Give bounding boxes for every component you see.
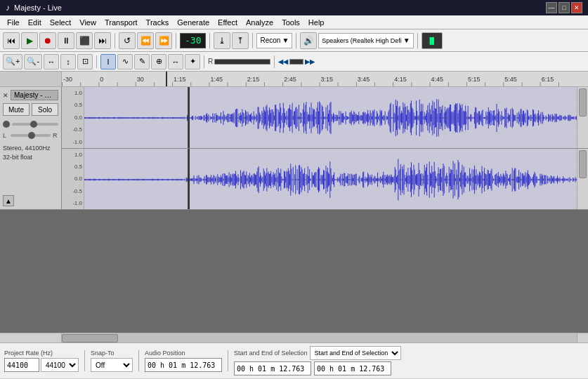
- zoom-tool-button[interactable]: ⊕: [151, 54, 166, 69]
- play-button[interactable]: ▶: [21, 32, 38, 49]
- menu-effect[interactable]: Effect: [214, 17, 242, 28]
- minimize-button[interactable]: —: [546, 2, 557, 13]
- h-scroll-track[interactable]: [62, 333, 577, 343]
- project-rate-input[interactable]: [4, 358, 39, 372]
- separator-2: [176, 33, 176, 48]
- horizontal-scrollbar: [0, 333, 588, 343]
- vertical-scrollbar-thumb[interactable]: [579, 88, 587, 117]
- zoom-selection-button[interactable]: ⊡: [77, 54, 93, 69]
- forward-button[interactable]: ⏩: [155, 32, 172, 49]
- y-axis-top: 1.0 0.5 0.0 -0.5 -1.0: [62, 87, 84, 148]
- vertical-scrollbar-2[interactable]: [577, 149, 588, 210]
- title-bar-controls: — □ ✕: [546, 2, 582, 13]
- menu-help[interactable]: Help: [304, 17, 329, 28]
- app-icon: ♪: [6, 3, 10, 13]
- speaker-label: Speakers (Realtek High Defi: [322, 37, 402, 44]
- separator-1: [115, 33, 115, 48]
- waveform-track-bottom[interactable]: 1.0 0.5 0.0 -0.5 -1.0: [62, 149, 588, 211]
- pan-left-label: L: [3, 132, 8, 139]
- pause-button[interactable]: ⏸: [58, 32, 74, 49]
- selection-end-input[interactable]: [314, 361, 391, 375]
- h-scroll-thumb[interactable]: [62, 334, 118, 343]
- title-bar-left: ♪ Majesty - Live: [6, 3, 62, 13]
- snap-to-group: Snap-To Off On: [91, 350, 133, 372]
- mute-solo-row: Mute Solo: [3, 103, 58, 116]
- loop-button[interactable]: ↺: [119, 32, 136, 49]
- time-shift-button[interactable]: ↔: [168, 54, 183, 69]
- tracks-container: ✕ Majesty - Liv... Mute Solo: [0, 87, 588, 210]
- fit-vertically-button[interactable]: ↕: [60, 54, 76, 69]
- mute-button[interactable]: Mute: [3, 103, 30, 116]
- project-rate-label: Project Rate (Hz): [4, 350, 79, 357]
- bottom-controls: Project Rate (Hz) 44100 48000 22050 Snap…: [0, 343, 588, 378]
- tools-toolbar: 🔍+ 🔍- ↔ ↕ ⊡ I ∿ ✎ ⊕ ↔ ✦ R ◀◀ ▶▶: [0, 52, 588, 72]
- draw-tool-button[interactable]: ✎: [134, 54, 150, 69]
- recon-dropdown[interactable]: Recon ▼: [256, 33, 292, 48]
- gain-slider-track[interactable]: [12, 123, 58, 126]
- waveform-track[interactable]: 1.0 0.5 0.0 -0.5 -1.0: [62, 87, 588, 149]
- gain-slider-thumb[interactable]: [30, 121, 37, 128]
- track-close-button[interactable]: ✕: [3, 92, 8, 99]
- main-content: ✕ Majesty - Liv... Mute Solo: [0, 87, 588, 343]
- playback-meter[interactable]: ▐▌: [422, 32, 443, 49]
- track-info-line2: 32-bit float: [3, 153, 58, 162]
- track-name-row: ✕ Majesty - Liv...: [3, 90, 58, 100]
- h-scroll-right: [577, 333, 588, 343]
- vertical-scrollbar[interactable]: [577, 87, 588, 148]
- h-scroll-left: [0, 333, 62, 343]
- project-rate-select[interactable]: 44100 48000 22050: [41, 358, 79, 372]
- menu-edit[interactable]: Edit: [24, 17, 46, 28]
- gain-slider-row: [3, 121, 58, 128]
- skip-to-end-button[interactable]: ⏭: [94, 32, 111, 49]
- menu-generate[interactable]: Generate: [173, 17, 214, 28]
- track-area: ✕ Majesty - Liv... Mute Solo: [0, 87, 588, 343]
- window-title: Majesty - Live: [14, 4, 62, 12]
- track-name-button[interactable]: Majesty - Liv...: [11, 90, 58, 100]
- fit-project-button[interactable]: ↔: [44, 54, 59, 69]
- multi-tool-button[interactable]: ✦: [185, 54, 200, 69]
- gain-knob[interactable]: [3, 121, 10, 128]
- envelope-tool-button[interactable]: ∿: [117, 54, 133, 69]
- audio-position-input[interactable]: [145, 358, 222, 372]
- zoom-in-button[interactable]: 🔍+: [3, 54, 22, 69]
- close-button[interactable]: ✕: [571, 2, 582, 13]
- stop-button[interactable]: ⬛: [76, 32, 93, 49]
- input-monitor-button[interactable]: ⤓: [214, 32, 230, 49]
- separator-5: [296, 33, 296, 48]
- menu-tools[interactable]: Tools: [277, 17, 304, 28]
- maximize-button[interactable]: □: [558, 2, 570, 13]
- selection-type-select[interactable]: Start and End of Selection Start and Len…: [310, 346, 401, 360]
- zoom-out-button[interactable]: 🔍-: [24, 54, 42, 69]
- menu-file[interactable]: File: [3, 17, 24, 28]
- track-controls-panel: ✕ Majesty - Liv... Mute Solo: [0, 87, 62, 210]
- menu-tracks[interactable]: Tracks: [142, 17, 174, 28]
- solo-button[interactable]: Solo: [32, 103, 58, 116]
- track-info-line1: Stereo, 44100Hz: [3, 144, 58, 153]
- vertical-scrollbar-thumb-2[interactable]: [579, 150, 587, 178]
- menu-view[interactable]: View: [75, 17, 100, 28]
- pan-slider-thumb[interactable]: [28, 132, 35, 139]
- select-tool-button[interactable]: I: [100, 54, 116, 69]
- separator-t3: [274, 55, 275, 68]
- separator-t1: [96, 55, 97, 68]
- speaker-dropdown[interactable]: Speakers (Realtek High Defi ▼: [318, 33, 413, 48]
- track-collapse-button[interactable]: ▲: [3, 195, 14, 206]
- timeline-ruler: [0, 72, 588, 87]
- menu-select[interactable]: Select: [46, 17, 76, 28]
- project-rate-group: Project Rate (Hz) 44100 48000 22050: [4, 350, 79, 372]
- rewind-button[interactable]: ⏪: [137, 32, 154, 49]
- separator-3: [209, 33, 210, 48]
- selection-start-input[interactable]: [234, 361, 311, 375]
- record-button[interactable]: ⏺: [39, 32, 56, 49]
- menu-transport[interactable]: Transport: [100, 17, 142, 28]
- ruler-timeline[interactable]: [62, 72, 577, 86]
- recon-label: Recon: [260, 36, 280, 44]
- input-level-bar: [214, 59, 270, 65]
- output-monitor-button[interactable]: ⤒: [232, 32, 249, 49]
- snap-to-select[interactable]: Off On: [91, 358, 133, 372]
- menu-analyze[interactable]: Analyze: [242, 17, 277, 28]
- pan-slider-track[interactable]: [11, 134, 51, 137]
- volume-icon[interactable]: 🔊: [300, 32, 317, 49]
- skip-to-start-button[interactable]: ⏮: [3, 32, 20, 49]
- snap-to-label: Snap-To: [91, 350, 133, 357]
